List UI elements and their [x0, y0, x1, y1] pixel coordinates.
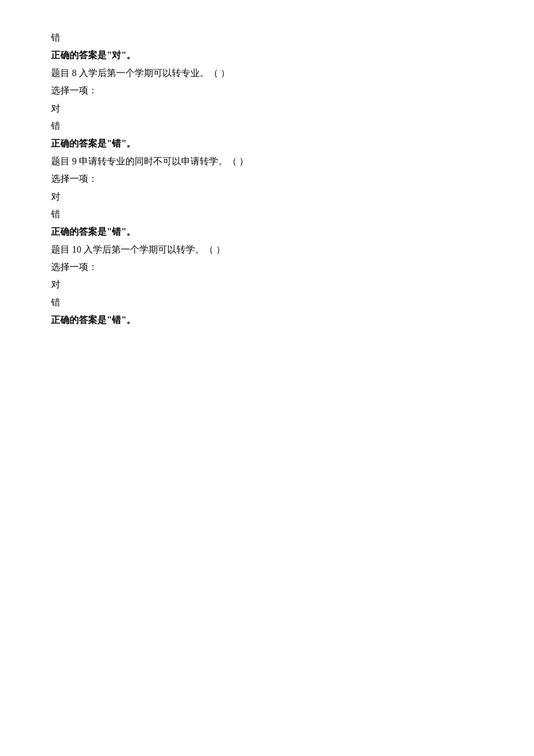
question-10-option-false: 错 [51, 294, 483, 311]
question-8-prompt: 题目 8 入学后第一个学期可以转专业。（ ） [51, 64, 483, 82]
question-8-answer: 正确的答案是"错"。 [51, 135, 483, 152]
question-9-prompt: 题目 9 申请转专业的同时不可以申请转学。（ ） [51, 153, 483, 170]
answer-prev: 正确的答案是"对"。 [51, 46, 483, 64]
question-10-prompt: 题目 10 入学后第一个学期可以转学。（ ） [51, 241, 483, 258]
question-9-answer: 正确的答案是"错"。 [51, 223, 483, 240]
question-10-select: 选择一项： [51, 258, 483, 276]
question-8-option-false: 错 [51, 117, 483, 135]
question-8-select: 选择一项： [51, 82, 483, 99]
question-9-option-true: 对 [51, 188, 483, 206]
question-10-option-true: 对 [51, 276, 483, 293]
option-false-prev: 错 [51, 29, 483, 46]
question-10-answer: 正确的答案是"错"。 [51, 311, 483, 329]
question-8-option-true: 对 [51, 100, 483, 117]
question-9-option-false: 错 [51, 206, 483, 223]
question-9-select: 选择一项： [51, 170, 483, 188]
